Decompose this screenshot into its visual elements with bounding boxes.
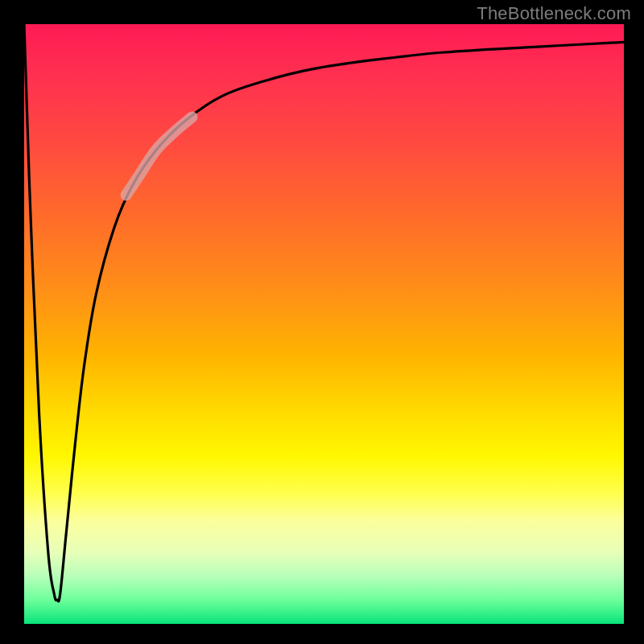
- bottleneck-curve: [24, 24, 624, 601]
- chart-svg: [24, 24, 624, 624]
- highlight-segment: [126, 117, 192, 195]
- chart-frame: TheBottleneck.com: [0, 0, 644, 644]
- watermark-text: TheBottleneck.com: [477, 3, 631, 24]
